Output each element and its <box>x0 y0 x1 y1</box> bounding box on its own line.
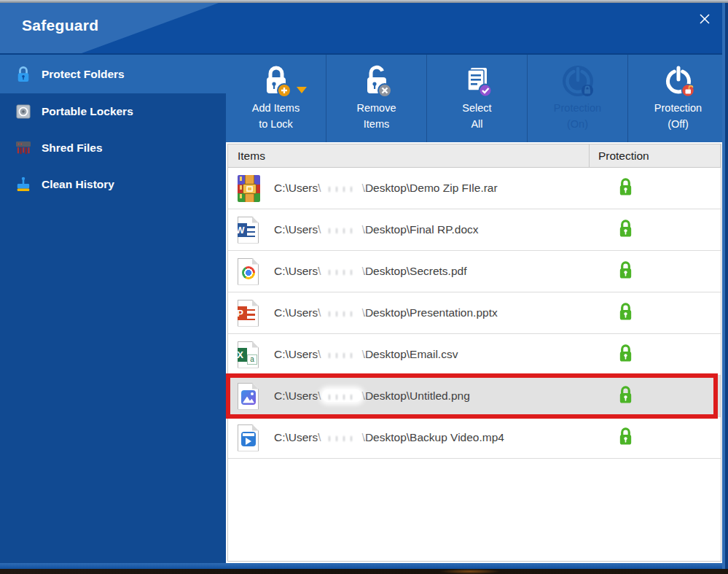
powerpoint-file-icon: P <box>238 300 274 327</box>
file-path: C:\Users\\Desktop\Presentation.pptx <box>274 306 498 319</box>
protected-lock-icon <box>617 384 634 408</box>
protected-lock-icon <box>617 218 634 242</box>
redacted-username <box>322 265 361 277</box>
rar-file-icon <box>238 175 274 202</box>
file-row-mp4[interactable]: C:\Users\\Desktop\Backup Video.mp4 <box>228 417 721 459</box>
protection-on-button[interactable]: Protection (On) <box>528 55 628 142</box>
file-row-rar[interactable]: C:\Users\\Desktop\Demo Zip FIle.rar <box>228 168 721 209</box>
add-items-to-lock-button[interactable]: Add Items to Lock <box>226 55 326 142</box>
list-header: Items Protection <box>228 144 721 168</box>
file-row-pdf[interactable]: C:\Users\\Desktop\Secrets.pdf <box>228 251 721 292</box>
shredder-icon <box>15 139 31 157</box>
button-label-line1: Protection <box>654 100 702 116</box>
file-path: C:\Users\\Desktop\Secrets.pdf <box>274 265 466 278</box>
button-label-line2: All <box>471 116 482 132</box>
window-bottom-frame <box>0 563 728 569</box>
file-path: C:\Users\\Desktop\Demo Zip FIle.rar <box>274 182 498 195</box>
sidebar-item-label: Clean History <box>42 178 114 191</box>
button-label-line2: Items <box>364 116 389 132</box>
sidebar-item-protect-folders[interactable]: Protect Folders <box>0 55 226 93</box>
file-row-png-selected[interactable]: C:\Users\\Desktop\Untitled.png <box>228 376 721 417</box>
file-path: C:\Users\\Desktop\Untitled.png <box>274 389 470 403</box>
file-path: C:\Users\\Desktop\Backup Video.mp4 <box>274 431 504 444</box>
protected-lock-icon <box>617 426 634 450</box>
protected-lock-icon <box>617 343 634 367</box>
file-path: C:\Users\\Desktop\Final RP.docx <box>274 223 479 236</box>
redacted-username <box>322 348 361 360</box>
broom-icon <box>15 176 31 193</box>
button-label-line2: to Lock <box>259 116 293 132</box>
app-title: Safeguard <box>22 17 98 34</box>
word-file-icon: W <box>238 217 274 244</box>
file-row-pptx[interactable]: P C:\Users\\Desktop\Presentation.pptx <box>228 292 721 334</box>
select-all-button[interactable]: Select All <box>427 55 528 142</box>
sidebar-item-label: Shred Files <box>42 141 103 155</box>
power-lock-icon <box>560 62 596 100</box>
button-label-line1: Add Items <box>252 100 300 116</box>
close-button[interactable] <box>693 7 716 31</box>
title-bar: Safeguard <box>0 3 728 55</box>
protection-off-button[interactable]: Protection (Off) <box>628 55 728 142</box>
button-label-line1: Protection <box>554 100 601 116</box>
button-label-line2: (Off) <box>668 116 689 132</box>
sidebar-item-label: Portable Lockers <box>42 105 133 118</box>
file-row-csv[interactable]: X a C:\Users\\Desktop\Email.csv <box>228 334 721 376</box>
file-row-docx[interactable]: W C:\Users\\Desktop\Final RP.docx <box>228 209 721 251</box>
redacted-username <box>322 431 361 443</box>
file-path: C:\Users\\Desktop\Email.csv <box>274 348 458 361</box>
safe-icon <box>15 103 31 120</box>
power-unlock-icon <box>660 62 697 100</box>
select-all-icon <box>461 62 494 100</box>
items-column-header: Items <box>228 144 589 167</box>
sidebar-item-label: Protect Folders <box>42 68 125 81</box>
sidebar: Protect Folders Portable Lockers <box>0 55 226 563</box>
protected-lock-icon <box>617 301 634 325</box>
sidebar-item-clean-history[interactable]: Clean History <box>0 166 226 203</box>
excel-file-icon: X a <box>238 341 274 368</box>
redacted-username <box>322 389 361 402</box>
lock-icon <box>15 66 31 83</box>
window-right-frame <box>722 3 728 569</box>
video-file-icon <box>238 424 274 451</box>
lock-add-icon <box>259 62 293 100</box>
file-list-panel: Items Protection C:\Users\\Desktop\Demo … <box>227 144 721 562</box>
toolbar: Add Items to Lock Remove Items <box>226 55 728 142</box>
safeguard-window: Safeguard Protect Folders <box>0 0 728 574</box>
button-label-line1: Select <box>462 100 491 116</box>
button-label-line2: (On) <box>567 116 588 132</box>
button-label-line1: Remove <box>357 100 396 116</box>
content-area: Items Protection C:\Users\\Desktop\Demo … <box>226 142 728 563</box>
lock-remove-icon <box>360 62 394 100</box>
sidebar-item-shred-files[interactable]: Shred Files <box>0 130 226 166</box>
redacted-username <box>322 223 361 236</box>
desktop-background-strip <box>0 569 728 574</box>
chrome-pdf-file-icon <box>238 258 274 285</box>
protected-lock-icon <box>617 177 634 201</box>
remove-items-button[interactable]: Remove Items <box>326 55 427 142</box>
protection-column-header: Protection <box>589 144 721 167</box>
protected-lock-icon <box>617 260 634 284</box>
sidebar-item-portable-lockers[interactable]: Portable Lockers <box>0 93 226 130</box>
redacted-username <box>322 182 361 194</box>
close-icon <box>697 12 712 26</box>
image-file-icon <box>238 383 274 410</box>
redacted-username <box>322 306 361 319</box>
dropdown-caret-icon[interactable] <box>297 87 307 93</box>
